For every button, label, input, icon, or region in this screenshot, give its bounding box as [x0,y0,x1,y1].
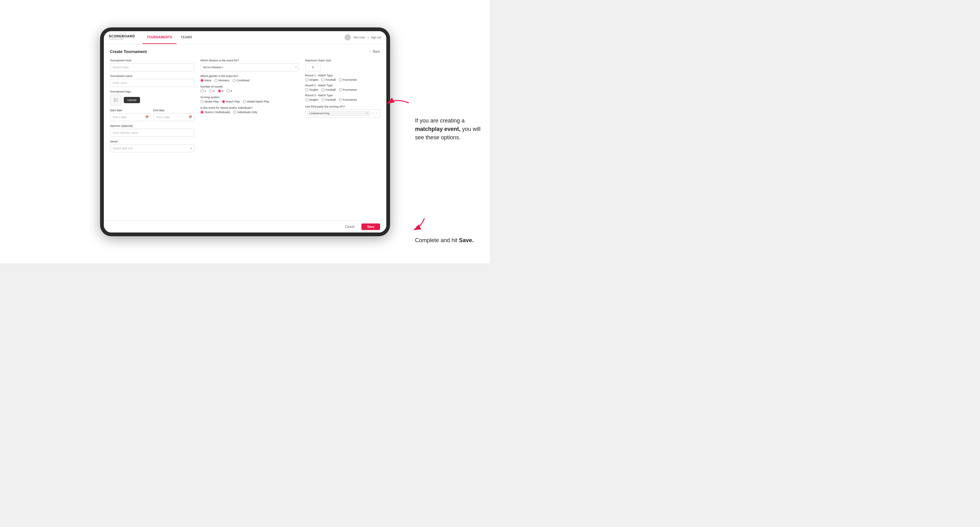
arrow-bottom-annotation [406,215,431,232]
teams-teams-radio[interactable] [200,111,204,114]
teams-individuals-radio[interactable] [233,111,236,114]
logo-upload-area: Upload [110,94,194,106]
round3-foursomes-label: Foursomes [343,98,357,101]
gender-combined-label: Combined [237,79,250,82]
round3-foursomes-option[interactable]: Foursomes [339,98,357,101]
round3-fourball-label: Fourball [326,98,336,101]
round2-match-group: Round 2 - Match Type Singles Fourball [305,84,380,91]
third-party-clear-icon[interactable]: ✕ [371,112,375,115]
max-team-input[interactable] [305,63,321,71]
scoring-field-group: Scoring system Stroke Play Match Play [200,96,299,103]
teams-individuals-label: Individuals Only [237,111,257,114]
round1-singles-radio[interactable] [305,78,309,81]
gender-womens-radio[interactable] [215,79,218,82]
footer-bar: Cancel Save [104,221,386,232]
start-date-wrapper: 📅 [110,113,151,121]
rounds-3-radio[interactable] [218,89,221,92]
tournament-name-input[interactable] [110,79,194,87]
scoring-match-radio[interactable] [222,100,225,103]
nav-right: Test User | Sign out [345,34,381,41]
third-party-value: Leaderboard King [310,112,329,115]
brand-subtitle: Powered by clippt [109,38,135,40]
scoring-medal-option[interactable]: Medal Match Play [243,100,269,103]
user-name: Test User [353,36,365,39]
scoring-stroke-radio[interactable] [200,100,204,103]
rounds-1-option[interactable]: 1 [200,89,206,92]
venue-select-wrapper: ▾ [110,144,194,152]
page-header: Create Tournament ← Back [110,49,380,54]
rounds-1-label: 1 [205,89,206,92]
round2-fourball-radio[interactable] [321,88,325,91]
tab-teams[interactable]: TEAMS [177,31,197,44]
logo-field-group: Tournament logo [110,90,194,106]
gender-combined-option[interactable]: Combined [232,79,250,82]
round3-fourball-radio[interactable] [321,98,325,101]
start-date-group: Start date 📅 [110,109,151,121]
rounds-4-label: 4 [231,89,232,92]
round1-foursomes-radio[interactable] [339,78,342,81]
third-party-select-wrapper[interactable]: Leaderboard King ✕ ✕ ▾ [305,110,380,117]
tag-close-icon[interactable]: ✕ [366,112,368,115]
third-party-chevron-icon[interactable]: ▾ [375,112,378,115]
round1-singles-label: Singles [309,78,319,81]
round1-fourball-option[interactable]: Fourball [321,78,336,81]
gender-combined-radio[interactable] [232,79,236,82]
rounds-1-radio[interactable] [200,89,204,92]
round2-singles-option[interactable]: Singles [305,88,319,91]
scoring-medal-label: Medal Match Play [247,100,269,103]
scoring-stroke-option[interactable]: Stroke Play [200,100,219,103]
round1-foursomes-option[interactable]: Foursomes [339,78,357,81]
round2-foursomes-radio[interactable] [339,88,342,91]
round3-fourball-option[interactable]: Fourball [321,98,336,101]
venue-input[interactable] [110,144,194,152]
rounds-2-option[interactable]: 2 [209,89,215,92]
search-team-input[interactable] [110,63,194,71]
form-left-section: Tournament Host Tournament name Tourname… [110,59,194,152]
calendar-icon-2: 📅 [189,116,192,119]
gender-mens-option[interactable]: Mens [200,79,212,82]
annotation-right-bold: matchplay event, [415,126,461,132]
end-date-input[interactable] [153,113,194,121]
gender-womens-option[interactable]: Womens [215,79,229,82]
sign-out-link[interactable]: Sign out [371,36,381,39]
round3-options: Singles Fourball Foursomes [305,98,380,101]
brand-title: SCOREBOARD [109,35,135,38]
round3-singles-option[interactable]: Singles [305,98,319,101]
rounds-4-option[interactable]: 4 [227,89,232,92]
third-party-controls: ✕ ▾ [371,112,378,115]
teams-individuals-option[interactable]: Individuals Only [233,111,257,114]
third-party-tag: Leaderboard King ✕ [307,111,370,116]
round3-foursomes-radio[interactable] [339,98,342,101]
scoring-stroke-label: Stroke Play [205,100,219,103]
arrow-right-annotation [387,97,412,110]
division-select[interactable]: NCAA Division I NCAA Division II NCAA Di… [200,63,299,71]
round2-singles-radio[interactable] [305,88,309,91]
start-date-input[interactable] [110,113,151,121]
back-link[interactable]: ← Back [369,50,380,53]
round2-fourball-label: Fourball [326,88,336,91]
upload-button[interactable]: Upload [124,97,140,103]
round2-fourball-option[interactable]: Fourball [321,88,336,91]
sponsor-input[interactable] [110,129,194,137]
save-button[interactable]: Save [361,224,380,230]
rounds-3-option[interactable]: 3 [218,89,224,92]
separator: | [368,36,368,39]
round1-fourball-radio[interactable] [321,78,325,81]
tablet-screen: SCOREBOARD Powered by clippt TOURNAMENTS… [104,31,386,232]
svg-point-1 [115,99,115,100]
gender-mens-radio[interactable] [200,79,204,82]
round1-singles-option[interactable]: Singles [305,78,319,81]
rounds-4-radio[interactable] [227,89,230,92]
round3-singles-radio[interactable] [305,98,309,101]
teams-teams-option[interactable]: Teams (+Individuals) [200,111,231,114]
scoring-medal-radio[interactable] [243,100,246,103]
tab-tournaments[interactable]: TOURNAMENTS [143,31,177,44]
scoring-match-option[interactable]: Match Play [222,100,240,103]
end-date-group: End date 📅 [153,109,194,121]
round3-singles-label: Singles [309,98,319,101]
rounds-2-radio[interactable] [209,89,212,92]
cancel-button[interactable]: Cancel [340,224,359,230]
round2-foursomes-option[interactable]: Foursomes [339,88,357,91]
scoring-match-label: Match Play [226,100,240,103]
gender-mens-label: Mens [205,79,212,82]
